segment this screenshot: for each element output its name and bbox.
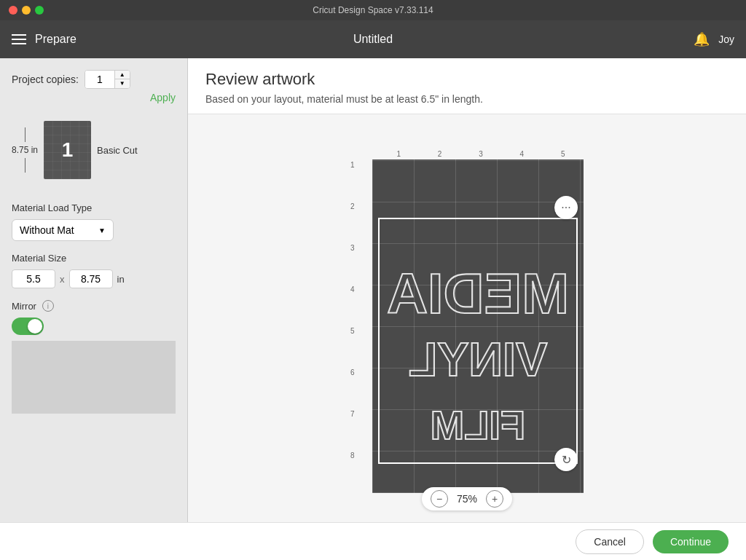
ruler-num-v-6: 6 <box>350 367 372 409</box>
menu-icon[interactable] <box>12 34 26 44</box>
traffic-lights <box>9 6 44 15</box>
ruler-num-5: 5 <box>561 150 565 158</box>
zoom-out-button[interactable]: − <box>431 490 448 508</box>
options-button[interactable]: ··· <box>554 196 578 219</box>
width-input[interactable] <box>12 269 55 288</box>
app-title: Cricut Design Space v7.33.114 <box>313 5 433 15</box>
ruler-num-v-4: 4 <box>350 284 372 326</box>
svg-text:FILM: FILM <box>431 402 526 448</box>
ruler-num-3: 3 <box>479 150 483 158</box>
mat-canvas: 1 2 3 4 5 1 2 3 4 5 6 7 8 <box>350 143 584 493</box>
mat-thumbnail: 1 <box>44 121 91 179</box>
ruler-num-2: 2 <box>438 150 442 158</box>
zoom-percent: 75% <box>454 493 480 505</box>
zoom-in-button[interactable]: + <box>486 490 503 508</box>
chevron-down-icon: ▼ <box>98 226 106 234</box>
size-x-separator: x <box>60 274 65 285</box>
mirror-label: Mirror <box>12 301 36 312</box>
height-line-top <box>25 127 25 142</box>
header: Prepare Untitled 🔔 Joy <box>0 20 746 58</box>
apply-button[interactable]: Apply <box>12 92 176 103</box>
notification-icon[interactable]: 🔔 <box>694 31 710 47</box>
mirror-info-icon[interactable]: i <box>42 300 54 312</box>
without-mat-value: Without Mat <box>20 224 74 236</box>
user-name: Joy <box>718 33 734 45</box>
project-copies-row: Project copies: ▲ ▼ <box>12 70 176 89</box>
cancel-button[interactable]: Cancel <box>576 529 644 554</box>
material-size-label: Material Size <box>12 253 176 264</box>
sidebar-bottom-area <box>12 341 176 414</box>
material-load-label: Material Load Type <box>12 202 176 213</box>
height-line-bottom <box>25 158 25 173</box>
svg-text:MEDIA: MEDIA <box>387 262 569 325</box>
content-rect: MEDIA VINYL FILM <box>378 218 578 464</box>
content-header: Review artwork Based on your layout, mat… <box>188 58 746 114</box>
size-inputs: x in <box>12 269 176 288</box>
close-button[interactable] <box>9 6 17 15</box>
project-copies-label: Project copies: <box>12 74 79 85</box>
sidebar: Project copies: ▲ ▼ Apply 8.75 in 1 <box>0 58 188 522</box>
without-mat-dropdown[interactable]: Without Mat ▼ <box>12 219 114 241</box>
height-input[interactable] <box>69 269 113 288</box>
main-layout: Project copies: ▲ ▼ Apply 8.75 in 1 <box>0 58 746 522</box>
mirror-section: Mirror i <box>12 300 176 312</box>
mat-height-text: 8.75 in <box>12 145 38 155</box>
mat-height-label: 8.75 in <box>12 127 38 173</box>
title-bar: Cricut Design Space v7.33.114 <box>0 0 746 20</box>
ruler-num-v-5: 5 <box>350 326 372 367</box>
svg-text:VINYL: VINYL <box>409 333 547 386</box>
minimize-button[interactable] <box>22 6 31 15</box>
copies-input[interactable] <box>85 71 114 88</box>
size-unit: in <box>117 274 125 285</box>
maximize-button[interactable] <box>35 6 44 15</box>
canvas-area: 1 2 3 4 5 1 2 3 4 5 6 7 8 <box>188 114 746 522</box>
mat-number: 1 <box>62 138 74 162</box>
material-load-type-section: Material Load Type Without Mat ▼ <box>12 202 176 241</box>
mat-preview-section: 8.75 in 1 Basic Cut <box>12 115 176 185</box>
continue-button[interactable]: Continue <box>653 530 729 553</box>
copies-spinner[interactable]: ▲ ▼ <box>85 70 130 89</box>
ruler-num-v-8: 8 <box>350 450 372 492</box>
mirror-toggle[interactable] <box>12 318 44 335</box>
ruler-num-v-1: 1 <box>350 159 372 201</box>
spinner-up[interactable]: ▲ <box>115 71 130 79</box>
ruler-num-1: 1 <box>396 150 401 158</box>
spinner-down[interactable]: ▼ <box>115 79 130 88</box>
grid-body: MEDIA VINYL FILM ··· ↻ <box>372 159 584 493</box>
review-title: Review artwork <box>205 70 729 89</box>
zoom-controls: − 75% + <box>422 487 512 510</box>
bottom-bar: Cancel Continue <box>0 522 746 560</box>
prepare-label: Prepare <box>35 33 76 46</box>
ruler-top: 1 2 3 4 5 <box>372 143 584 159</box>
ruler-num-v-7: 7 <box>350 409 372 450</box>
header-right: 🔔 Joy <box>694 31 734 47</box>
review-subtitle: Based on your layout, material must be a… <box>205 93 729 105</box>
material-size-section: Material Size x in <box>12 253 176 288</box>
spinner-buttons: ▲ ▼ <box>114 71 130 88</box>
ruler-num-v-2: 2 <box>350 201 372 242</box>
artwork-svg: MEDIA VINYL FILM <box>380 219 576 462</box>
doc-title: Untitled <box>353 33 393 46</box>
mat-label: Basic Cut <box>97 145 138 156</box>
ruler-num-v-3: 3 <box>350 242 372 284</box>
header-left: Prepare <box>12 33 76 46</box>
ruler-left: 1 2 3 4 5 6 7 8 <box>350 159 372 493</box>
ruler-num-4: 4 <box>520 150 525 158</box>
rotate-button[interactable]: ↻ <box>554 448 578 471</box>
content-area: Review artwork Based on your layout, mat… <box>188 58 746 522</box>
